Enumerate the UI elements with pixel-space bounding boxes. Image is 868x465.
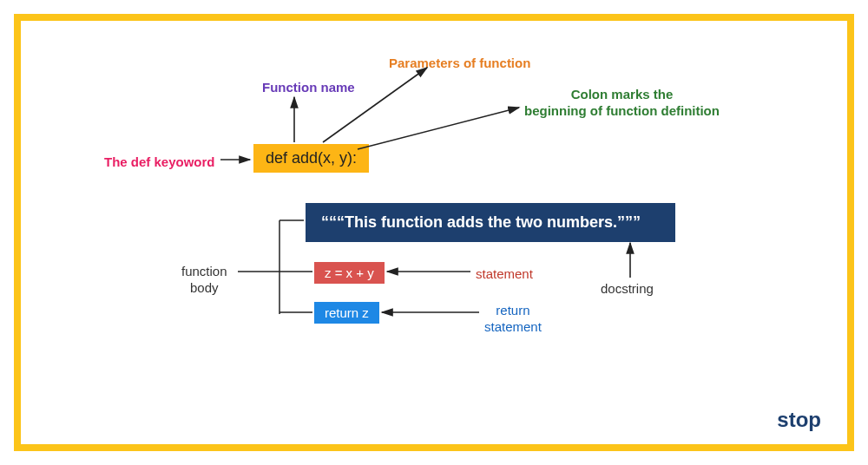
label-return-statement: return statement bbox=[484, 303, 542, 336]
label-parameters: Parameters of function bbox=[389, 56, 530, 72]
code-return: return z bbox=[314, 302, 379, 324]
label-def-keyword: The def keyoword bbox=[104, 154, 215, 171]
svg-line-3 bbox=[358, 108, 519, 149]
label-docstring: docstring bbox=[601, 281, 654, 298]
label-colon: Colon marks the beginning of function de… bbox=[524, 87, 720, 120]
label-function-body: function body bbox=[181, 264, 227, 297]
logo-prefix: un bbox=[746, 408, 771, 431]
code-docstring: “““This function adds the two numbers.””… bbox=[306, 203, 675, 242]
label-statement: statement bbox=[476, 266, 533, 283]
logo-suffix: stop bbox=[777, 408, 821, 431]
code-def-line: def add(x, y): bbox=[253, 144, 369, 173]
svg-line-2 bbox=[323, 68, 427, 142]
label-function-name: Function name bbox=[262, 80, 355, 96]
code-statement: z = x + y bbox=[314, 262, 385, 284]
logo-unstop: un stop bbox=[746, 408, 821, 432]
diagram-frame: The def keyoword Function name Parameter… bbox=[14, 14, 854, 451]
